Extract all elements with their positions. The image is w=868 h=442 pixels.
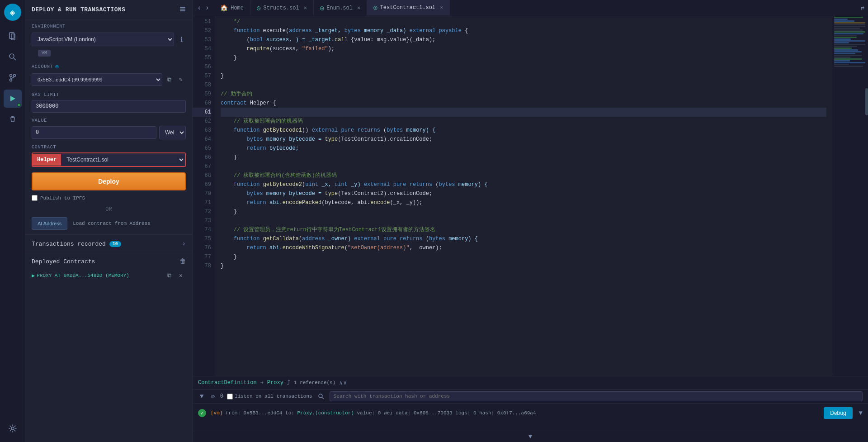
- terminal-search-input[interactable]: [330, 391, 863, 401]
- code-line-63: function getBytecode1() external pure re…: [221, 126, 826, 135]
- account-select[interactable]: 0x5B3...eddC4 (99.99999999: [32, 73, 162, 86]
- contract-item-icons: ⧉ ✕: [164, 271, 186, 280]
- transactions-recorded-row[interactable]: Transactions recorded 10 ›: [25, 234, 192, 253]
- contract-label: CONTRACT: [25, 140, 192, 152]
- breadcrumb-name: Proxy: [267, 380, 283, 386]
- mini-map-content: [832, 17, 868, 376]
- code-line-78: }: [221, 261, 826, 271]
- nav-down-icon[interactable]: ∨: [344, 380, 347, 386]
- tab-enum[interactable]: ◎ Enum.sol ✕: [314, 0, 367, 15]
- settings-sidebar-icon[interactable]: [4, 419, 22, 437]
- environment-row: JavaScript VM (London) ℹ: [25, 31, 192, 48]
- tab-scroll-left-icon[interactable]: ‹: [196, 3, 203, 13]
- code-line-57: }: [221, 71, 826, 81]
- terminal-content: ✓ [vm] from: 0x5B3...eddC4 to: Proxy.(co…: [193, 404, 868, 431]
- publish-ipfs-label: Publish to IPFS: [40, 195, 85, 201]
- value-input[interactable]: [32, 126, 156, 139]
- tab-structs[interactable]: ◎ Structs.sol ✕: [250, 0, 314, 15]
- code-line-73: [221, 216, 826, 225]
- deploy-panel-title: DEPLOY & RUN TRANSACTIONS: [32, 6, 126, 13]
- file-explorer-icon[interactable]: [4, 27, 22, 45]
- svg-rect-0: [9, 33, 14, 38]
- tab-bar-controls: ‹ ›: [193, 3, 214, 13]
- structs-tab-label: Structs.sol: [263, 5, 299, 11]
- expand-editor-icon[interactable]: ⇄: [857, 0, 868, 15]
- deploy-button[interactable]: Deploy: [32, 172, 186, 190]
- value-unit-select[interactable]: Wei: [159, 126, 186, 139]
- deployed-contracts-label: Deployed Contracts: [32, 258, 95, 265]
- bottom-panel: ContractDefinition ➜ Proxy ⤴ 1 reference…: [193, 376, 868, 442]
- copy-contract-icon[interactable]: ⧉: [164, 271, 174, 280]
- vertical-scrollbar[interactable]: [865, 16, 868, 376]
- contract-selector-row: Helper TestContract1.sol: [32, 152, 186, 167]
- tab-home[interactable]: 🏠 Home: [214, 0, 250, 15]
- git-sidebar-icon[interactable]: [4, 69, 22, 87]
- clear-contracts-icon[interactable]: 🗑: [179, 258, 186, 265]
- svg-point-2: [9, 54, 14, 58]
- scroll-down-terminal-icon[interactable]: ▼: [198, 392, 205, 401]
- environment-select[interactable]: JavaScript VM (London): [32, 33, 174, 46]
- tab-testcontract[interactable]: ◎ TestContract1.sol ✕: [367, 0, 450, 16]
- structs-tab-close-icon[interactable]: ✕: [304, 5, 307, 11]
- svg-line-13: [322, 397, 324, 399]
- code-line-55: }: [221, 53, 826, 62]
- ref-count: 1 reference(s): [294, 380, 335, 385]
- deploy-sidebar-icon[interactable]: [4, 90, 22, 108]
- search-sidebar-icon[interactable]: [4, 48, 22, 66]
- svg-rect-1: [11, 34, 15, 40]
- testcontract-tab-label: TestContract1.sol: [380, 5, 435, 11]
- remix-logo-icon[interactable]: ◈: [4, 4, 21, 21]
- account-add-icon[interactable]: ⊕: [55, 63, 59, 71]
- code-line-54: require(success, "failed");: [221, 44, 826, 53]
- breadcrumb-ref-icon[interactable]: ⤴: [287, 379, 290, 386]
- contract-select[interactable]: TestContract1.sol: [61, 153, 185, 166]
- terminal-toolbar: ▼ ⊘ 0 listen on all transactions: [193, 390, 868, 404]
- code-line-59: // 助手合约: [221, 90, 826, 99]
- code-area: 5152535455565758596061626364656667686970…: [193, 16, 868, 376]
- code-line-64: bytes memory bytecode = type(TestContrac…: [221, 135, 826, 144]
- code-line-67: [221, 162, 826, 171]
- load-contract-label: Load contract from Address: [69, 218, 154, 229]
- code-line-51: */: [221, 17, 826, 26]
- copy-account-icon[interactable]: ⧉: [164, 75, 174, 85]
- deploy-panel-collapse-icon[interactable]: [179, 5, 186, 14]
- code-line-72: }: [221, 207, 826, 216]
- sidebar-icons: ◈: [0, 0, 25, 442]
- bottom-expand-arrow[interactable]: ▼: [193, 431, 868, 442]
- publish-ipfs-checkbox[interactable]: [32, 195, 38, 201]
- svg-rect-10: [180, 9, 185, 10]
- deployed-contracts-header: Deployed Contracts 🗑: [25, 253, 192, 268]
- debug-sidebar-icon[interactable]: [4, 110, 22, 128]
- at-address-button[interactable]: At Address: [32, 217, 67, 230]
- nav-up-icon[interactable]: ∧: [339, 380, 342, 386]
- contract-expand-arrow[interactable]: ▶: [32, 272, 35, 279]
- transactions-recorded-label: Transactions recorded 10: [32, 241, 121, 247]
- mini-map: [832, 16, 868, 376]
- debug-button[interactable]: Debug: [824, 407, 852, 419]
- breadcrumb-arrow-icon: ➜: [260, 380, 264, 386]
- svg-point-12: [319, 394, 322, 398]
- gas-limit-label: GAS LIMIT: [25, 88, 192, 99]
- clear-terminal-icon[interactable]: ⊘: [209, 392, 216, 401]
- environment-info-icon[interactable]: ℹ: [177, 35, 186, 44]
- testcontract-tab-icon: ◎: [373, 4, 377, 11]
- tab-scroll-right-icon[interactable]: ›: [204, 3, 211, 13]
- nav-arrows[interactable]: ∧ ∨: [339, 380, 346, 386]
- contract-name-badge: Helper: [33, 154, 61, 166]
- testcontract-tab-close-icon[interactable]: ✕: [440, 4, 443, 11]
- code-line-53: (bool success, ) = _target.call {value: …: [221, 35, 826, 44]
- scrollbar-thumb[interactable]: [865, 88, 868, 115]
- listen-transactions-checkbox[interactable]: [227, 394, 233, 399]
- gas-limit-input[interactable]: 3000000: [32, 100, 186, 113]
- svg-marker-7: [10, 96, 15, 101]
- main-area: ‹ › 🏠 Home ◎ Structs.sol ✕ ◎ Enum.sol ✕ …: [193, 0, 868, 442]
- code-line-65: return bytecode;: [221, 144, 826, 153]
- edit-account-icon[interactable]: ✎: [176, 75, 186, 85]
- search-terminal-icon[interactable]: [316, 392, 326, 400]
- code-content[interactable]: */ function execute(address _target, byt…: [215, 16, 832, 376]
- code-line-74: // 设置管理员，注意return行中字符串为TestContract1设置拥有…: [221, 225, 826, 234]
- remove-contract-icon[interactable]: ✕: [176, 271, 186, 280]
- expand-log-icon[interactable]: ▼: [859, 409, 863, 417]
- transactions-count-badge: 10: [109, 241, 121, 247]
- enum-tab-close-icon[interactable]: ✕: [357, 5, 360, 11]
